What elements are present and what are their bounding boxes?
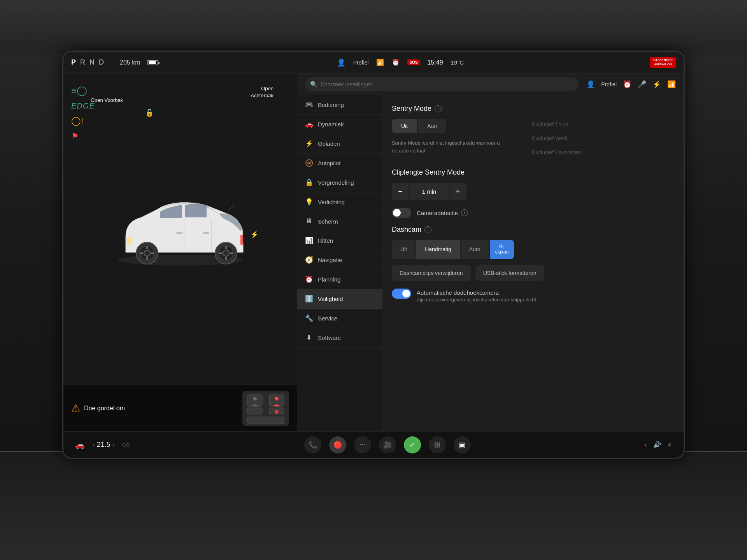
trunk-indicator: 🔓 — [145, 108, 154, 117]
bluetooth-header-icon: ⚡ — [652, 80, 661, 89]
search-bar[interactable]: 🔍 — [305, 77, 579, 91]
clip-increase-button[interactable]: + — [449, 183, 466, 200]
clock-header-icon: ⏰ — [623, 80, 631, 89]
dashboard-background: P R N D 205 km 👤 Profiel 📶 — [0, 0, 747, 560]
auto-camera-toggle[interactable] — [392, 289, 411, 299]
cabin-temperature: 21.5 — [97, 441, 110, 449]
voorbak-text: Open Voorbak — [91, 97, 123, 103]
battery-indicator — [146, 59, 158, 66]
achterbak-label: OpenAchterbak — [251, 85, 274, 99]
alarm-icon: ⏰ — [392, 59, 400, 66]
gear-d: D — [99, 58, 105, 66]
auto-camera-label: Automatische dodehoekcamera — [417, 289, 536, 297]
exclusief-favorieten-label: Exclusief Favorieten — [532, 147, 581, 158]
gear-p: P — [71, 58, 77, 66]
top-status-bar: P R N D 205 km 👤 Profiel 📶 — [63, 52, 684, 74]
back-chevron-icon[interactable]: ‹ — [645, 441, 647, 449]
mute-icon[interactable]: ✕ — [667, 442, 672, 448]
verlichting-icon: 💡 — [305, 198, 313, 206]
sentry-description: Sentry Mode wordt niet ingeschakeld wann… — [392, 139, 501, 154]
nav-item-navigatie[interactable]: 🧭 Navigatie — [297, 250, 382, 270]
vergrendeling-icon: 🔒 — [305, 178, 313, 187]
vergrendeling-label: Vergrendeling — [318, 179, 354, 186]
bottom-center-apps: 📞 🔴 ··· 🎥 ✓ ⊞ ▣ — [304, 436, 471, 453]
seat-diagram-svg — [244, 392, 287, 425]
dashcam-handmatig-button[interactable]: Handmatig — [416, 240, 460, 259]
format-usb-button[interactable]: USB-stick formatteren — [475, 265, 544, 281]
delete-clips-button[interactable]: Dashcamclips verwijderen — [392, 265, 471, 281]
wifi-icon: 📶 — [376, 59, 384, 66]
prnd-display: P R N D — [71, 58, 105, 66]
car-view-area: Open Voorbak OpenAchterbak 🔓 — [63, 74, 297, 385]
dashcam-auto-button[interactable]: Auto — [461, 240, 489, 259]
nav-item-service[interactable]: 🔧 Service — [297, 309, 382, 328]
nav-item-verlichting[interactable]: 💡 Verlichting — [297, 192, 382, 212]
sentry-onoff-group: Uit Aan — [392, 119, 501, 133]
temp-decrease-arrow[interactable]: ‹ — [93, 442, 95, 448]
software-icon: ⬇ — [305, 334, 313, 342]
scherm-label: Scherm — [318, 218, 338, 225]
camera-detection-toggle[interactable] — [392, 208, 411, 218]
planning-icon: ⏰ — [305, 275, 313, 284]
navigatie-label: Navigatie — [318, 257, 342, 263]
nav-item-dynamiek[interactable]: 🚗 Dynamiek — [297, 115, 382, 134]
sentry-mode-info-icon[interactable]: i — [435, 105, 442, 112]
dynamiek-icon: 🚗 — [305, 120, 313, 128]
phone-button[interactable]: 📞 — [304, 436, 321, 453]
passenger-airbag-indicator: PASSENGERAIRBAG ON — [650, 57, 676, 68]
nav-item-opladen[interactable]: ⚡ Opladen — [297, 134, 382, 154]
temp-increase-arrow[interactable]: › — [113, 442, 115, 448]
odometer-display: 205 km — [120, 59, 140, 66]
verlichting-label: Verlichting — [318, 199, 345, 205]
dashboard-bottom-bezel — [0, 451, 747, 560]
right-panel-settings: 🔍 👤 Profiel ⏰ 🎤 ⚡ 📶 — [297, 74, 684, 431]
scherm-icon: 🖥 — [305, 217, 313, 225]
top-bar-left: P R N D 205 km — [71, 58, 158, 66]
nav-item-planning[interactable]: ⏰ Planning — [297, 270, 382, 289]
dashcam-uit-button[interactable]: Uit — [392, 240, 416, 259]
nav-item-autopilot[interactable]: 🛞 Autopilot — [297, 154, 382, 173]
grid-view-button[interactable]: ⊞ — [429, 436, 446, 453]
nav-item-veiligheid[interactable]: ℹ️ Veiligheid — [297, 289, 382, 309]
clip-length-control: − 1 min + — [392, 183, 674, 200]
profile-header-label[interactable]: Profiel — [601, 81, 617, 88]
more-apps-button[interactable]: ··· — [354, 436, 371, 453]
car-status-icon: 🚗 — [75, 440, 85, 450]
dashcam-record-button[interactable]: 🎥 — [379, 436, 396, 453]
camera-detect-info-icon[interactable]: i — [461, 209, 468, 216]
ritten-icon: 📊 — [305, 236, 313, 245]
search-input[interactable] — [321, 81, 573, 88]
tesla-screen: P R N D 205 km 👤 Profiel 📶 — [62, 51, 685, 459]
nav-item-scherm[interactable]: 🖥 Scherm — [297, 212, 382, 231]
dashcam-bij-claxon-button[interactable]: Bijclaxon — [490, 240, 514, 259]
sentry-off-button[interactable]: Uit — [392, 119, 417, 133]
dashboard-top-bezel — [0, 0, 747, 54]
bediening-label: Bediening — [318, 102, 344, 108]
clip-decrease-button[interactable]: − — [392, 183, 409, 200]
clip-length-title: Cliplengte Sentry Mode — [392, 168, 674, 177]
seatbelt-warning: ⚠ Doe gordel om — [71, 402, 236, 414]
window-button[interactable]: ▣ — [454, 436, 471, 453]
voorbak-label: Open Voorbak — [91, 97, 123, 104]
screen-bottom-bar: 🚗 ‹ 21.5 › ⬡⬡ 📞 🔴 ··· 🎥 ✓ ⊞ ▣ — [63, 431, 684, 458]
svg-text:⚡: ⚡ — [250, 230, 258, 239]
profile-label-text: Profiel — [601, 81, 617, 88]
dashcam-mode-group: Uit Handmatig Auto Bijclaxon — [392, 240, 674, 259]
svg-rect-25 — [247, 408, 262, 414]
nav-item-ritten[interactable]: 📊 Ritten — [297, 231, 382, 250]
autopilot-icon: 🛞 — [305, 159, 313, 167]
navigatie-icon: 🧭 — [305, 256, 313, 264]
nav-item-software[interactable]: ⬇ Software — [297, 328, 382, 348]
camera-button[interactable]: 🔴 — [329, 436, 346, 453]
camera-detection-label: Cameradetectie i — [417, 209, 468, 216]
settings-sidebar: 🎮 Bediening 🚗 Dynamiek ⚡ Opladen 🛞 — [297, 95, 382, 431]
profile-button[interactable]: Profiel — [353, 60, 369, 66]
autopilot-label: Autopilot — [318, 160, 340, 166]
nav-item-vergrendeling[interactable]: 🔒 Vergrendeling — [297, 173, 382, 192]
nav-item-bediening[interactable]: 🎮 Bediening — [297, 95, 382, 115]
svg-point-30 — [275, 397, 279, 401]
confirm-button[interactable]: ✓ — [404, 436, 421, 453]
volume-icon: 🔊 — [653, 441, 661, 448]
dashcam-info-icon[interactable]: i — [424, 226, 431, 233]
sentry-on-button[interactable]: Aan — [418, 119, 446, 133]
